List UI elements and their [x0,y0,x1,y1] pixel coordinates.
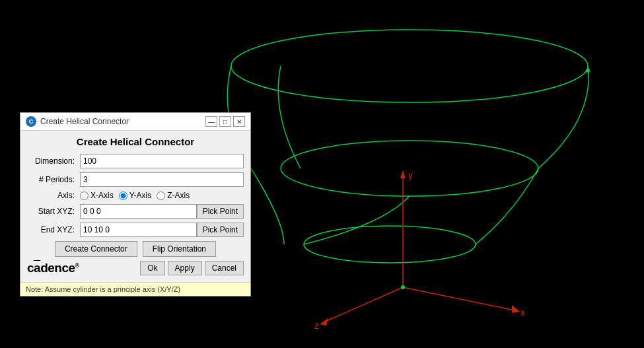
periods-input[interactable] [80,172,244,187]
end-pick-button[interactable]: Pick Point [197,223,244,237]
titlebar-controls: — □ ✕ [205,116,245,127]
svg-text:y: y [408,170,413,180]
end-label: End XYZ: [27,225,80,234]
end-xyz-row: End XYZ: Pick Point [27,223,244,237]
dialog-titlebar: C Create Helical Connector — □ ✕ [20,113,250,131]
start-label: Start XYZ: [27,207,80,216]
axis-x-radio[interactable] [80,191,89,200]
dimension-label: Dimension: [27,157,80,166]
axis-x-label: X-Axis [90,191,114,200]
axis-row: Axis: X-Axis Y-Axis Z-Axis [27,191,244,200]
svg-text:x: x [520,307,525,318]
start-xyz-input[interactable] [80,204,197,219]
ok-button[interactable]: Ok [140,261,164,275]
axis-radio-group: X-Axis Y-Axis Z-Axis [80,191,190,200]
action-buttons-row: Create Connector Flip Orientation [27,241,244,257]
axis-x-option[interactable]: X-Axis [80,191,114,200]
periods-label: # Periods: [27,175,80,184]
periods-row: # Periods: [27,172,244,187]
dimension-input[interactable] [80,154,244,168]
axis-z-label: Z-Axis [167,191,190,200]
create-connector-button[interactable]: Create Connector [55,241,137,257]
dialog-content: Create Helical Connector Dimension: # Pe… [20,131,250,282]
axis-z-option[interactable]: Z-Axis [157,191,190,200]
start-pick-button[interactable]: Pick Point [197,204,244,219]
apply-button[interactable]: Apply [168,261,202,275]
axis-y-radio[interactable] [119,191,127,200]
axis-y-label: Y-Axis [129,191,152,200]
dialog-heading: Create Helical Connector [27,136,244,147]
dialog-window: C Create Helical Connector — □ ✕ Create … [20,112,251,296]
axis-z-radio[interactable] [157,191,165,200]
svg-point-14 [401,285,405,289]
axis-label: Axis: [27,191,80,200]
note-text: Note: Assume cylinder is a principle axi… [26,285,180,293]
maximize-button[interactable]: □ [219,116,231,127]
minimize-button[interactable]: — [205,116,217,127]
bottom-row: cadence® Ok Apply Cancel [27,261,244,275]
flip-orientation-button[interactable]: Flip Orientation [143,241,216,257]
app-icon: C [26,116,36,127]
cadence-logo-text: cadence® [27,261,79,275]
note-bar: Note: Assume cylinder is a principle axi… [20,282,250,296]
end-xyz-input[interactable] [80,223,197,237]
titlebar-left: C Create Helical Connector [26,116,129,127]
ok-cancel-row: Ok Apply Cancel [140,261,244,275]
cadence-logo: cadence® [27,261,79,275]
close-button[interactable]: ✕ [233,116,245,127]
start-xyz-row: Start XYZ: Pick Point [27,204,244,219]
svg-text:z: z [314,320,319,331]
cancel-button[interactable]: Cancel [205,261,244,275]
dimension-row: Dimension: [27,154,244,168]
dialog-title: Create Helical Connector [40,117,129,126]
axis-y-option[interactable]: Y-Axis [119,191,152,200]
